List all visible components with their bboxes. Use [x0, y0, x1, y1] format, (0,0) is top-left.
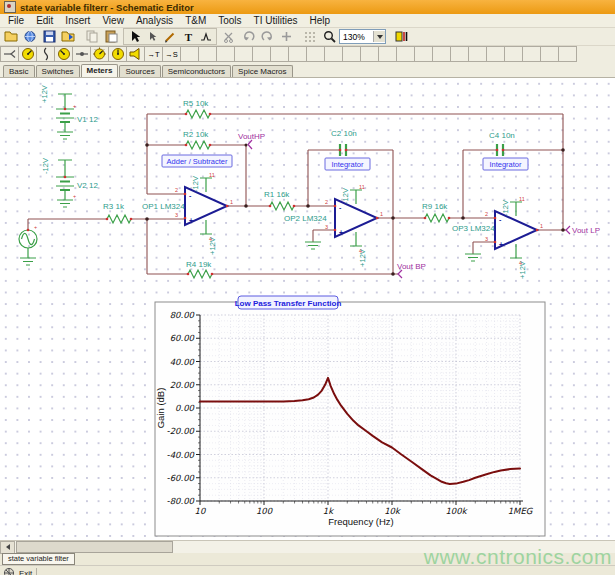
tab-sources[interactable]: Sources	[119, 65, 160, 77]
c2-label: C2 10n	[331, 129, 357, 138]
voutbp-net-pin[interactable]: Vout BP	[397, 262, 426, 278]
undo-button[interactable]	[239, 29, 257, 44]
r1-label: R1 16k	[264, 190, 290, 199]
exit-button[interactable]: Exit	[19, 569, 32, 575]
pencil-tool-button[interactable]	[161, 29, 179, 44]
save-button[interactable]	[40, 29, 58, 44]
scrollbar-thumb[interactable]	[16, 541, 173, 553]
ohmmeter-component[interactable]	[108, 46, 127, 62]
op1-opamp[interactable]: - + 2 3 1 11 4 -12V +12V OP1 LM324	[142, 172, 233, 255]
op2-pin3: 3	[325, 224, 328, 230]
svg-text:20.00: 20.00	[170, 380, 196, 390]
zoom-level-dropdown-icon[interactable]	[373, 31, 385, 42]
interactive-mode-button[interactable]	[392, 29, 410, 44]
menu-item-edit[interactable]: Edit	[30, 14, 59, 27]
speaker-component[interactable]	[126, 46, 145, 62]
ammeter-component[interactable]	[54, 46, 73, 62]
op2-vplus-label: +12V	[358, 249, 367, 267]
c4-capacitor[interactable]: C4 10n	[489, 131, 515, 156]
menu-item-help[interactable]: Help	[304, 14, 337, 27]
chart-xlabel: Frequency (Hz)	[328, 516, 393, 527]
redo-button[interactable]	[258, 29, 276, 44]
adder-annotation[interactable]: Adder / Subtracter	[162, 155, 232, 167]
open-web-button[interactable]	[21, 29, 39, 44]
empty-component-slot	[378, 46, 397, 62]
svg-text:-20.00: -20.00	[167, 426, 196, 436]
c2-capacitor[interactable]: C2 10n	[331, 129, 357, 156]
s-analyzer-label: →S	[165, 50, 178, 59]
r1-resistor[interactable]: R1 16k	[264, 190, 294, 210]
op3-pin3: 3	[485, 236, 488, 242]
tab-basic[interactable]: Basic	[3, 65, 35, 77]
s-analyzer-component[interactable]: →S	[162, 46, 181, 62]
menu-item-file[interactable]: File	[2, 14, 30, 27]
op3-opamp[interactable]: - + 2 3 1 11 4 -12V +12V OP3 LM324	[452, 196, 543, 279]
component-tabs: BasicSwitchesMetersSourcesSemiconductors…	[0, 64, 615, 77]
chart-ylabel: Gain (dB)	[155, 388, 166, 429]
svg-text:-60.00: -60.00	[167, 473, 196, 483]
menu-item-ti-utilities[interactable]: TI Utilities	[248, 14, 304, 27]
zoom-level-select[interactable]: 130%	[339, 29, 386, 44]
scroll-left-button[interactable]	[0, 541, 15, 554]
menu-item-t-m[interactable]: T&M	[179, 14, 212, 27]
signal-pin-component[interactable]	[36, 46, 55, 62]
svg-text:1MEG: 1MEG	[508, 506, 534, 516]
cut-button[interactable]	[220, 29, 238, 44]
paste-button[interactable]	[102, 29, 120, 44]
schematic-canvas[interactable]: +12V + V1 12 -12V + V2 12 + R3 1k R5 10k	[0, 77, 615, 540]
grid-toggle-button[interactable]	[301, 29, 319, 44]
adder-annotation-label: Adder / Subtracter	[167, 157, 228, 166]
menu-item-tools[interactable]: Tools	[212, 14, 247, 27]
last-component-button[interactable]	[143, 29, 161, 44]
v2-label: V2 12	[77, 181, 98, 190]
t-analyzer-component[interactable]: →T	[144, 46, 163, 62]
export-button[interactable]	[59, 29, 77, 44]
schematic-editor-window: { "window": { "title": "state variable f…	[0, 0, 615, 575]
text-tool-button[interactable]: T	[179, 29, 197, 44]
tab-meters[interactable]: Meters	[81, 64, 119, 77]
empty-component-slot	[540, 46, 559, 62]
op2-opamp[interactable]: - + 2 3 1 11 4 -12V +12V OP2 LM324	[284, 184, 383, 267]
voltage-pin-component[interactable]	[0, 46, 19, 62]
menu-item-insert[interactable]: Insert	[59, 14, 96, 27]
select-arrow-button[interactable]	[125, 29, 143, 44]
vplus-rail-tap[interactable]: +12V	[40, 85, 72, 109]
window-title: state variable filterr - Schematic Edito…	[20, 2, 194, 13]
zoom-fit-button[interactable]	[277, 29, 295, 44]
multimeter-component[interactable]	[90, 46, 109, 62]
chart-title: Low Pass Transfer Function	[235, 299, 342, 308]
voutbp-pin-icon	[398, 270, 402, 278]
r4-resistor[interactable]: R4 19k	[186, 260, 212, 278]
r9-resistor[interactable]: R9 16k	[422, 202, 449, 222]
voltmeter-component[interactable]	[18, 46, 37, 62]
zoom-tool-button[interactable]	[320, 29, 338, 44]
tab-semiconductors[interactable]: Semiconductors	[162, 65, 231, 77]
mode-icon	[3, 567, 15, 575]
open-file-button[interactable]	[2, 29, 20, 44]
op1-plus-mark: +	[189, 217, 193, 224]
copy-button[interactable]	[83, 29, 101, 44]
r5-resistor[interactable]: R5 10k	[183, 99, 210, 118]
menu-item-view[interactable]: View	[96, 14, 130, 27]
v2-battery[interactable]: + V2 12	[56, 177, 98, 200]
vminus-rail-tap[interactable]: -12V	[41, 158, 72, 177]
empty-component-slot	[522, 46, 541, 62]
menu-item-analysis[interactable]: Analysis	[130, 14, 179, 27]
r2-resistor[interactable]: R2 10k	[183, 130, 210, 149]
vouthp-net-pin[interactable]: VoutHP	[238, 132, 265, 149]
wire-tool-button[interactable]	[197, 29, 215, 44]
tab-switches[interactable]: Switches	[36, 65, 80, 77]
sheet-tab[interactable]: state variable filter	[2, 553, 75, 565]
integrator2-annotation[interactable]: Integrator	[483, 158, 528, 170]
tab-spice-macros[interactable]: Spice Macros	[232, 65, 292, 77]
integrator1-annotation[interactable]: Integrator	[325, 158, 370, 170]
voutlp-pin-icon	[566, 226, 570, 234]
current-arrow-component[interactable]	[72, 46, 91, 62]
voutlp-net-pin[interactable]: Vout LP	[566, 226, 600, 235]
op1-pin1: 1	[230, 199, 233, 205]
empty-component-slot	[306, 46, 325, 62]
svg-text:100: 100	[256, 506, 274, 516]
v1-battery[interactable]: + V1 12	[56, 103, 98, 132]
op1-label: OP1 LM324	[142, 202, 185, 211]
empty-component-slot	[450, 46, 469, 62]
